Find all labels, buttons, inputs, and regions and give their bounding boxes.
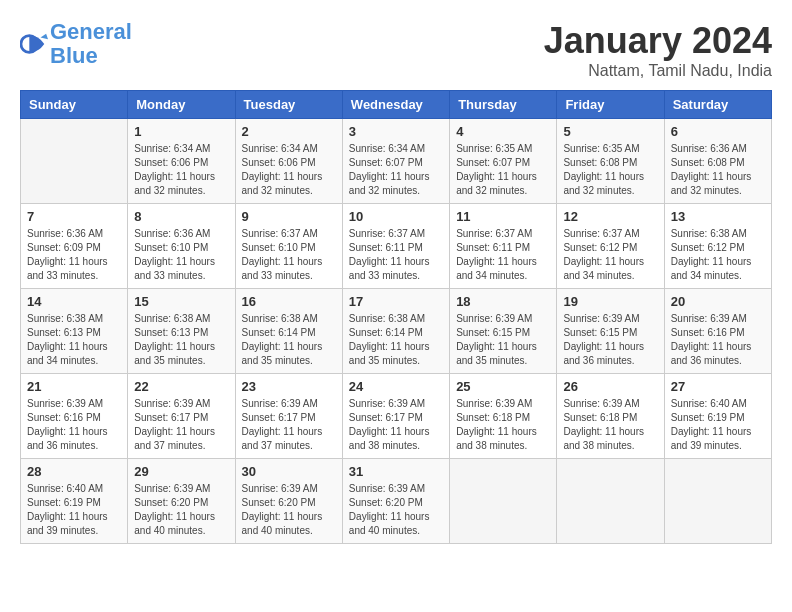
day-info: Sunrise: 6:39 AM Sunset: 6:17 PM Dayligh… bbox=[242, 397, 336, 453]
day-info: Sunrise: 6:37 AM Sunset: 6:11 PM Dayligh… bbox=[349, 227, 443, 283]
calendar-cell: 13Sunrise: 6:38 AM Sunset: 6:12 PM Dayli… bbox=[664, 204, 771, 289]
day-info: Sunrise: 6:38 AM Sunset: 6:14 PM Dayligh… bbox=[349, 312, 443, 368]
day-number: 5 bbox=[563, 124, 657, 139]
weekday-header-friday: Friday bbox=[557, 91, 664, 119]
calendar-cell: 31Sunrise: 6:39 AM Sunset: 6:20 PM Dayli… bbox=[342, 459, 449, 544]
day-number: 31 bbox=[349, 464, 443, 479]
month-title: January 2024 bbox=[544, 20, 772, 62]
calendar-cell: 30Sunrise: 6:39 AM Sunset: 6:20 PM Dayli… bbox=[235, 459, 342, 544]
calendar-cell: 1Sunrise: 6:34 AM Sunset: 6:06 PM Daylig… bbox=[128, 119, 235, 204]
calendar-cell: 27Sunrise: 6:40 AM Sunset: 6:19 PM Dayli… bbox=[664, 374, 771, 459]
day-info: Sunrise: 6:34 AM Sunset: 6:06 PM Dayligh… bbox=[134, 142, 228, 198]
day-number: 15 bbox=[134, 294, 228, 309]
day-number: 10 bbox=[349, 209, 443, 224]
day-number: 6 bbox=[671, 124, 765, 139]
day-number: 11 bbox=[456, 209, 550, 224]
day-info: Sunrise: 6:36 AM Sunset: 6:08 PM Dayligh… bbox=[671, 142, 765, 198]
day-info: Sunrise: 6:39 AM Sunset: 6:20 PM Dayligh… bbox=[134, 482, 228, 538]
day-number: 14 bbox=[27, 294, 121, 309]
logo-text: General Blue bbox=[50, 20, 132, 68]
day-info: Sunrise: 6:39 AM Sunset: 6:18 PM Dayligh… bbox=[563, 397, 657, 453]
day-info: Sunrise: 6:40 AM Sunset: 6:19 PM Dayligh… bbox=[671, 397, 765, 453]
day-info: Sunrise: 6:38 AM Sunset: 6:14 PM Dayligh… bbox=[242, 312, 336, 368]
day-number: 29 bbox=[134, 464, 228, 479]
weekday-header-thursday: Thursday bbox=[450, 91, 557, 119]
title-area: January 2024 Nattam, Tamil Nadu, India bbox=[544, 20, 772, 80]
calendar-cell: 19Sunrise: 6:39 AM Sunset: 6:15 PM Dayli… bbox=[557, 289, 664, 374]
day-info: Sunrise: 6:39 AM Sunset: 6:20 PM Dayligh… bbox=[242, 482, 336, 538]
day-number: 4 bbox=[456, 124, 550, 139]
calendar-cell: 23Sunrise: 6:39 AM Sunset: 6:17 PM Dayli… bbox=[235, 374, 342, 459]
day-info: Sunrise: 6:39 AM Sunset: 6:18 PM Dayligh… bbox=[456, 397, 550, 453]
day-info: Sunrise: 6:39 AM Sunset: 6:15 PM Dayligh… bbox=[563, 312, 657, 368]
day-number: 27 bbox=[671, 379, 765, 394]
day-info: Sunrise: 6:35 AM Sunset: 6:07 PM Dayligh… bbox=[456, 142, 550, 198]
calendar-cell: 26Sunrise: 6:39 AM Sunset: 6:18 PM Dayli… bbox=[557, 374, 664, 459]
calendar-cell: 7Sunrise: 6:36 AM Sunset: 6:09 PM Daylig… bbox=[21, 204, 128, 289]
day-number: 16 bbox=[242, 294, 336, 309]
day-number: 28 bbox=[27, 464, 121, 479]
page-header: General Blue January 2024 Nattam, Tamil … bbox=[20, 20, 772, 80]
weekday-header-monday: Monday bbox=[128, 91, 235, 119]
logo-icon bbox=[20, 30, 48, 58]
day-info: Sunrise: 6:37 AM Sunset: 6:11 PM Dayligh… bbox=[456, 227, 550, 283]
calendar-table: SundayMondayTuesdayWednesdayThursdayFrid… bbox=[20, 90, 772, 544]
day-number: 1 bbox=[134, 124, 228, 139]
calendar-header: SundayMondayTuesdayWednesdayThursdayFrid… bbox=[21, 91, 772, 119]
day-number: 13 bbox=[671, 209, 765, 224]
day-info: Sunrise: 6:34 AM Sunset: 6:06 PM Dayligh… bbox=[242, 142, 336, 198]
calendar-cell: 25Sunrise: 6:39 AM Sunset: 6:18 PM Dayli… bbox=[450, 374, 557, 459]
day-number: 23 bbox=[242, 379, 336, 394]
day-info: Sunrise: 6:37 AM Sunset: 6:10 PM Dayligh… bbox=[242, 227, 336, 283]
day-number: 26 bbox=[563, 379, 657, 394]
day-number: 22 bbox=[134, 379, 228, 394]
calendar-cell: 6Sunrise: 6:36 AM Sunset: 6:08 PM Daylig… bbox=[664, 119, 771, 204]
day-info: Sunrise: 6:39 AM Sunset: 6:16 PM Dayligh… bbox=[27, 397, 121, 453]
calendar-week-0: 1Sunrise: 6:34 AM Sunset: 6:06 PM Daylig… bbox=[21, 119, 772, 204]
day-number: 9 bbox=[242, 209, 336, 224]
calendar-week-2: 14Sunrise: 6:38 AM Sunset: 6:13 PM Dayli… bbox=[21, 289, 772, 374]
calendar-cell bbox=[21, 119, 128, 204]
calendar-cell: 24Sunrise: 6:39 AM Sunset: 6:17 PM Dayli… bbox=[342, 374, 449, 459]
weekday-header-sunday: Sunday bbox=[21, 91, 128, 119]
calendar-cell: 15Sunrise: 6:38 AM Sunset: 6:13 PM Dayli… bbox=[128, 289, 235, 374]
calendar-cell: 2Sunrise: 6:34 AM Sunset: 6:06 PM Daylig… bbox=[235, 119, 342, 204]
day-info: Sunrise: 6:39 AM Sunset: 6:17 PM Dayligh… bbox=[349, 397, 443, 453]
calendar-week-3: 21Sunrise: 6:39 AM Sunset: 6:16 PM Dayli… bbox=[21, 374, 772, 459]
weekday-header-row: SundayMondayTuesdayWednesdayThursdayFrid… bbox=[21, 91, 772, 119]
calendar-cell: 3Sunrise: 6:34 AM Sunset: 6:07 PM Daylig… bbox=[342, 119, 449, 204]
day-number: 8 bbox=[134, 209, 228, 224]
day-number: 19 bbox=[563, 294, 657, 309]
day-info: Sunrise: 6:37 AM Sunset: 6:12 PM Dayligh… bbox=[563, 227, 657, 283]
logo: General Blue bbox=[20, 20, 132, 68]
day-number: 25 bbox=[456, 379, 550, 394]
calendar-cell: 17Sunrise: 6:38 AM Sunset: 6:14 PM Dayli… bbox=[342, 289, 449, 374]
calendar-cell: 14Sunrise: 6:38 AM Sunset: 6:13 PM Dayli… bbox=[21, 289, 128, 374]
calendar-cell bbox=[557, 459, 664, 544]
calendar-cell: 22Sunrise: 6:39 AM Sunset: 6:17 PM Dayli… bbox=[128, 374, 235, 459]
calendar-cell bbox=[664, 459, 771, 544]
day-number: 12 bbox=[563, 209, 657, 224]
day-info: Sunrise: 6:38 AM Sunset: 6:12 PM Dayligh… bbox=[671, 227, 765, 283]
day-number: 3 bbox=[349, 124, 443, 139]
calendar-cell: 20Sunrise: 6:39 AM Sunset: 6:16 PM Dayli… bbox=[664, 289, 771, 374]
day-info: Sunrise: 6:39 AM Sunset: 6:17 PM Dayligh… bbox=[134, 397, 228, 453]
calendar-cell: 4Sunrise: 6:35 AM Sunset: 6:07 PM Daylig… bbox=[450, 119, 557, 204]
calendar-cell: 11Sunrise: 6:37 AM Sunset: 6:11 PM Dayli… bbox=[450, 204, 557, 289]
day-info: Sunrise: 6:40 AM Sunset: 6:19 PM Dayligh… bbox=[27, 482, 121, 538]
day-number: 30 bbox=[242, 464, 336, 479]
day-info: Sunrise: 6:36 AM Sunset: 6:10 PM Dayligh… bbox=[134, 227, 228, 283]
day-number: 2 bbox=[242, 124, 336, 139]
day-number: 21 bbox=[27, 379, 121, 394]
day-number: 18 bbox=[456, 294, 550, 309]
day-info: Sunrise: 6:36 AM Sunset: 6:09 PM Dayligh… bbox=[27, 227, 121, 283]
day-number: 20 bbox=[671, 294, 765, 309]
calendar-cell: 21Sunrise: 6:39 AM Sunset: 6:16 PM Dayli… bbox=[21, 374, 128, 459]
day-number: 24 bbox=[349, 379, 443, 394]
day-info: Sunrise: 6:39 AM Sunset: 6:16 PM Dayligh… bbox=[671, 312, 765, 368]
calendar-cell: 16Sunrise: 6:38 AM Sunset: 6:14 PM Dayli… bbox=[235, 289, 342, 374]
calendar-cell: 28Sunrise: 6:40 AM Sunset: 6:19 PM Dayli… bbox=[21, 459, 128, 544]
calendar-cell: 12Sunrise: 6:37 AM Sunset: 6:12 PM Dayli… bbox=[557, 204, 664, 289]
calendar-cell: 5Sunrise: 6:35 AM Sunset: 6:08 PM Daylig… bbox=[557, 119, 664, 204]
calendar-cell: 10Sunrise: 6:37 AM Sunset: 6:11 PM Dayli… bbox=[342, 204, 449, 289]
